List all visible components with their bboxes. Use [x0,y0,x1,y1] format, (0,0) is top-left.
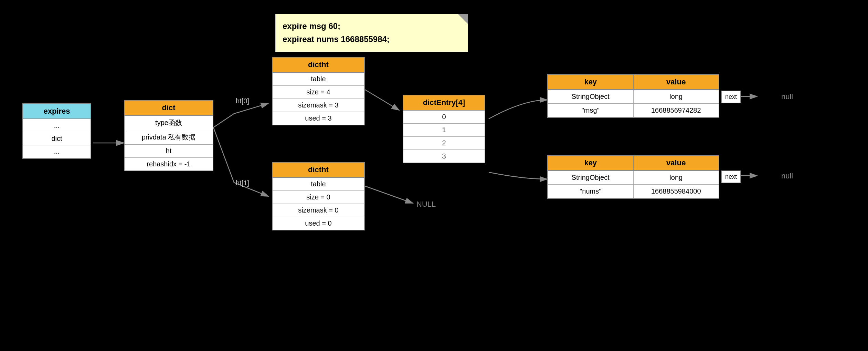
dict-row-1: privdata 私有数据 [125,130,213,145]
dictht1-row-3: used = 0 [273,217,364,230]
dictht0-header: dictht [273,58,364,73]
diagram: expire msg 60; expireat nums 1668855984;… [0,0,868,351]
kv2-key-1: "nums" [548,185,634,198]
kv1-box: key value StringObject long "msg" 166885… [547,74,719,118]
kv1-header-row: key value [548,75,719,90]
next1-label: next [725,93,737,100]
kv2-key-0: StringObject [548,171,634,184]
dictht1-box: dictht table size = 0 sizemask = 0 used … [272,162,365,230]
kv1-key-0: StringObject [548,90,634,103]
dictht1-row-1: size = 0 [273,191,364,204]
dict-row-2: ht [125,145,213,158]
kv2-header-row: key value [548,156,719,171]
kv2-header-value: value [634,156,719,170]
kv2-value-0: long [634,171,719,184]
dict-header: dict [125,101,213,116]
next2-box: next [721,171,741,183]
dictentry-row-2: 2 [403,137,485,150]
kv1-key-1: "msg" [548,104,634,117]
dictentry-row-0: 0 [403,111,485,124]
ht0-label: ht[0] [236,97,249,105]
dict-row-0: type函数 [125,116,213,130]
dict-row-3: rehashidx = -1 [125,158,213,171]
kv1-data-row-1: "msg" 1668856974282 [548,104,719,117]
note-box: expire msg 60; expireat nums 1668855984; [275,14,468,52]
next1-box: next [721,91,741,103]
dictht1-row-2: sizemask = 0 [273,204,364,217]
dictht1-row-0: table [273,178,364,191]
expires-row-1: dict [23,132,91,145]
expires-row-0: ... [23,119,91,132]
kv1-value-0: long [634,90,719,103]
ht1-label: ht[1] [236,179,249,187]
kv1-data-row-0: StringObject long [548,90,719,104]
kv1-header-key: key [548,75,634,89]
null2-label: null [781,172,793,180]
kv2-data-row-0: StringObject long [548,171,719,185]
kv2-header-key: key [548,156,634,170]
dict-box: dict type函数 privdata 私有数据 ht rehashidx =… [124,100,213,171]
expires-row-2: ... [23,145,91,158]
dictht0-row-1: size = 4 [273,86,364,99]
note-line1: expire msg 60; [283,20,461,33]
expires-box: expires ... dict ... [22,103,91,159]
kv2-value-1: 1668855984000 [634,185,719,198]
dictentry-box: dictEntry[4] 0 1 2 3 [403,95,485,163]
dictht0-row-2: sizemask = 3 [273,99,364,112]
kv1-value-1: 1668856974282 [634,104,719,117]
dictht1-header: dictht [273,163,364,178]
kv2-box: key value StringObject long "nums" 16688… [547,155,719,199]
dictentry-row-3: 3 [403,150,485,163]
dictht0-row-3: used = 3 [273,112,364,125]
expires-header: expires [23,104,91,119]
dictht0-box: dictht table size = 4 sizemask = 3 used … [272,57,365,125]
next2-label: next [725,173,737,180]
note-line2: expireat nums 1668855984; [283,33,461,46]
dictentry-row-1: 1 [403,124,485,137]
null-label: NULL [416,200,436,209]
kv2-data-row-1: "nums" 1668855984000 [548,185,719,198]
null1-label: null [781,92,793,101]
dictentry-header: dictEntry[4] [403,95,485,111]
kv1-header-value: value [634,75,719,89]
dictht0-row-0: table [273,73,364,86]
